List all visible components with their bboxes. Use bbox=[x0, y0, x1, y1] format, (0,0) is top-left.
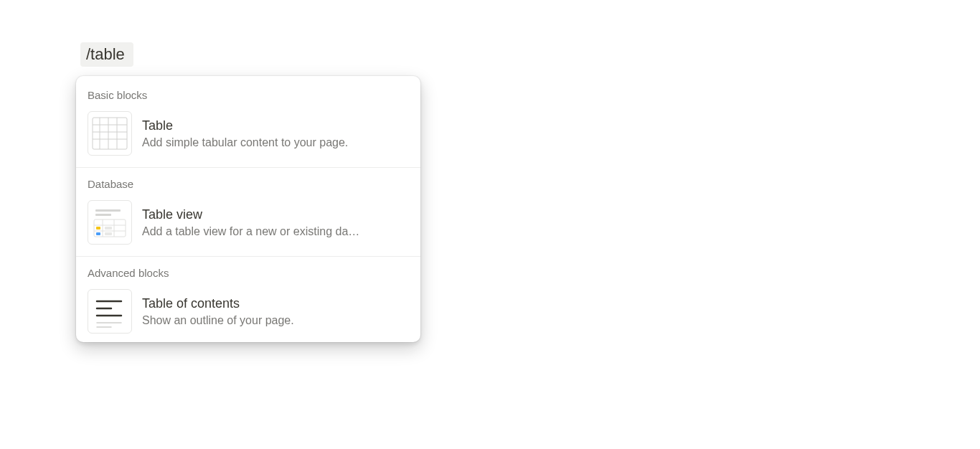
menu-item-description: Add simple tabular content to your page. bbox=[142, 136, 409, 149]
svg-rect-16 bbox=[105, 227, 112, 230]
svg-rect-7 bbox=[95, 209, 121, 212]
svg-rect-0 bbox=[93, 118, 127, 149]
block-picker-popup: Basic blocks Table Add simple tabular co… bbox=[76, 76, 420, 342]
menu-item-table-of-contents[interactable]: Table of contents Show an outline of you… bbox=[76, 283, 420, 342]
svg-rect-14 bbox=[96, 227, 100, 230]
slash-command-input[interactable] bbox=[80, 42, 133, 67]
menu-item-text: Table of contents Show an outline of you… bbox=[142, 296, 409, 326]
menu-item-description: Add a table view for a new or existing d… bbox=[142, 225, 409, 238]
menu-item-title: Table view bbox=[142, 207, 409, 223]
svg-rect-8 bbox=[95, 214, 111, 216]
section-header-basic-blocks: Basic blocks bbox=[76, 76, 420, 105]
section-header-database: Database bbox=[76, 168, 420, 194]
menu-item-table-view[interactable]: Table view Add a table view for a new or… bbox=[76, 194, 420, 253]
table-view-icon bbox=[88, 200, 132, 245]
menu-item-text: Table Add simple tabular content to your… bbox=[142, 118, 409, 148]
menu-item-title: Table of contents bbox=[142, 296, 409, 312]
svg-rect-17 bbox=[105, 232, 112, 235]
svg-rect-15 bbox=[96, 232, 100, 235]
menu-item-table[interactable]: Table Add simple tabular content to your… bbox=[76, 105, 420, 164]
table-grid-icon bbox=[88, 111, 132, 156]
section-header-advanced-blocks: Advanced blocks bbox=[76, 257, 420, 283]
menu-item-text: Table view Add a table view for a new or… bbox=[142, 207, 409, 237]
toc-icon bbox=[88, 289, 132, 334]
menu-item-title: Table bbox=[142, 118, 409, 134]
menu-item-description: Show an outline of your page. bbox=[142, 314, 409, 327]
